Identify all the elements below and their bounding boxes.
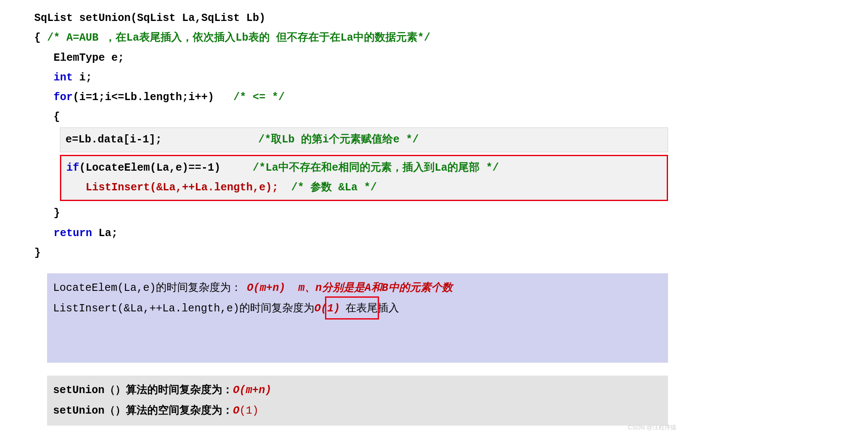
code-line: e=Lb.data[i-1]; /*取Lb 的第i个元素赋值给e */ xyxy=(66,130,662,150)
complexity-note-2: setUnion（）算法的时间复杂度为：O(m+n) setUnion（）算法的… xyxy=(47,376,668,426)
code-line: SqList setUnion(SqList La,SqList Lb) xyxy=(34,9,668,28)
highlight-block: e=Lb.data[i-1]; /*取Lb 的第i个元素赋值给e */ xyxy=(60,127,668,152)
code-text: (LocateElem(La,e)==-1) xyxy=(79,162,253,174)
code-line: return La; xyxy=(34,224,668,243)
note-text: 的时间复杂度为： xyxy=(156,281,247,293)
code-text: i; xyxy=(73,71,92,84)
code-text xyxy=(34,71,54,84)
code-text xyxy=(34,91,54,104)
code-keyword: int xyxy=(54,71,73,84)
code-text: { xyxy=(34,111,60,123)
code-keyword: for xyxy=(54,91,73,104)
code-text: La; xyxy=(92,227,118,240)
note-line: LocateElem(La,e)的时间复杂度为： O(m+n) m、n分别是是A… xyxy=(53,278,662,298)
note-bigO: O xyxy=(233,405,239,417)
note-line: setUnion（）算法的时间复杂度为：O(m+n) xyxy=(53,380,662,400)
note-line: ListInsert(&La,++La.length,e)的时间复杂度为O(1)… xyxy=(53,298,662,358)
code-line: } xyxy=(34,243,668,263)
code-text: } xyxy=(34,247,41,259)
note-bigO: (1) xyxy=(239,405,259,417)
complexity-note-1: LocateElem(La,e)的时间复杂度为： O(m+n) m、n分别是是A… xyxy=(47,273,668,363)
code-comment: /*La中不存在和e相同的元素，插入到La的尾部 */ xyxy=(253,162,499,174)
note-bigO: O(1) xyxy=(314,302,340,315)
highlight-block-emphasis: if(LocateElem(La,e)==-1) /*La中不存在和e相同的元素… xyxy=(60,155,668,201)
note-code: setUnion（） xyxy=(53,384,126,397)
code-line: for(i=1;i<=Lb.length;i++) /* <= */ xyxy=(34,88,668,107)
code-text xyxy=(34,227,54,240)
code-line: ListInsert(&La,++La.length,e); /* 参数 &La… xyxy=(66,178,662,198)
note-text: 在表尾插入 xyxy=(340,302,399,314)
watermark: CSDN @汪程序猿 xyxy=(628,424,677,432)
code-line: { /* A=AUB ，在La表尾插入，依次插入Lb表的 但不存在于在La中的数… xyxy=(34,28,668,48)
code-text: SqList setUnion(SqList La,SqList Lb) xyxy=(34,12,265,24)
code-document: SqList setUnion(SqList La,SqList Lb) { /… xyxy=(0,0,681,434)
code-keyword: return xyxy=(54,227,92,240)
code-line: ElemType e; xyxy=(34,48,668,68)
note-code: ListInsert(&La,++La.length,e) xyxy=(53,302,239,315)
note-code: LocateElem(La,e) xyxy=(53,282,156,294)
code-keyword: if xyxy=(66,162,79,174)
note-line: setUnion（）算法的空间复杂度为：O(1) xyxy=(53,400,662,421)
code-text: { xyxy=(34,32,47,44)
code-comment: /* 参数 &La */ xyxy=(291,181,377,194)
note-text: 算法的空间复杂度为： xyxy=(126,404,233,416)
note-bigO: O(m+n) xyxy=(233,384,271,397)
note-code: setUnion（） xyxy=(53,405,126,417)
code-comment: /*取Lb 的第i个元素赋值给e */ xyxy=(258,133,419,146)
code-text: } xyxy=(34,207,60,219)
code-line: int i; xyxy=(34,68,668,88)
code-comment: /* A=AUB ，在La表尾插入，依次插入Lb表的 但不存在于在La中的数据元… xyxy=(47,32,430,44)
code-text: e=Lb.data[i-1]; xyxy=(66,133,258,146)
note-bigO: O(m+n) m、n分别是是A和B中的元素个数 xyxy=(247,282,453,294)
code-line: if(LocateElem(La,e)==-1) /*La中不存在和e相同的元素… xyxy=(66,158,662,178)
code-text: (i=1;i<=Lb.length;i++) xyxy=(73,91,233,104)
note-text: 算法的时间复杂度为： xyxy=(126,384,233,395)
code-comment: /* <= */ xyxy=(233,91,285,104)
code-emphasis: ListInsert(&La,++La.length,e); xyxy=(66,181,291,194)
code-text: ElemType e; xyxy=(34,52,124,64)
code-line: { xyxy=(34,107,668,127)
code-line: } xyxy=(34,204,668,223)
note-text: 的时间复杂度为 xyxy=(239,302,314,314)
